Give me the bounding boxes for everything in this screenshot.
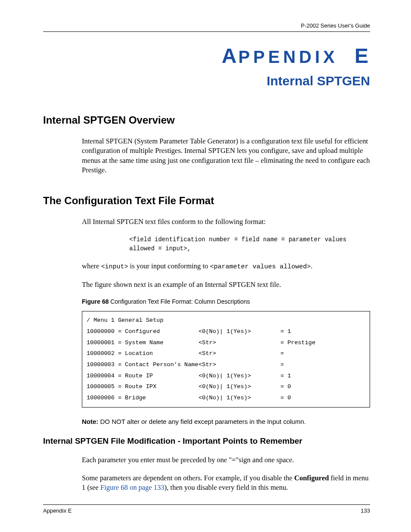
code-row: 10000001 = System Name<Str> = Prestige <box>87 337 365 348</box>
code-col-allowed: <0(No)| 1(Yes)> <box>199 370 280 382</box>
section-heading-overview: Internal SPTGEN Overview <box>43 114 370 126</box>
text-span: . <box>311 262 312 270</box>
note-label: Note: <box>82 418 100 425</box>
text-span: Some parameters are dependent on others.… <box>82 474 294 482</box>
code-row: 10000005 = Route IPX<0(No)| 1(Yes)>= 0 <box>87 381 365 392</box>
modification-para2: Some parameters are dependent on others.… <box>82 473 370 493</box>
code-col-value: = <box>280 348 365 359</box>
note-text: DO NOT alter or delete any field except … <box>100 418 306 425</box>
text-span: ), then you disable every field in this … <box>165 483 288 492</box>
code-col-allowed: <0(No)| 1(Yes)> <box>199 381 280 392</box>
figure-caption: Figure 68 Configuration Text File Format… <box>82 298 370 305</box>
code-col-value: = 0 <box>280 381 365 392</box>
format-example-paragraph: The figure shown next is an example of a… <box>82 280 370 289</box>
code-row: 10000003 = Contact Person's Name<Str> = <box>87 359 365 370</box>
appendix-letter-a: A <box>221 44 238 67</box>
code-col-allowed: <0(No)| 1(Yes)> <box>199 392 280 404</box>
header-rule <box>43 31 370 32</box>
code-col-allowed: <0(No)| 1(Yes)> <box>199 326 280 337</box>
code-header-line: / Menu 1 General Setup <box>87 315 365 326</box>
bold-configured: Configured <box>294 474 329 482</box>
code-col-id: 10000005 = Route IPX <box>87 381 199 392</box>
code-col-value: = Prestige <box>280 337 365 348</box>
figure-label: Figure 68 <box>82 298 109 305</box>
code-row: 10000000 = Configured<0(No)| 1(Yes)> = 1 <box>87 326 365 337</box>
code-col-id: 10000002 = Location <box>87 348 199 359</box>
note-block: Note: DO NOT alter or delete any field e… <box>82 418 370 425</box>
figure-crossref-link[interactable]: Figure 68 on page 133 <box>100 483 164 492</box>
code-row: 10000004 = Route IP<0(No)| 1(Yes)> = 1 <box>87 370 365 382</box>
appendix-title: APPENDIX E <box>43 44 370 68</box>
code-col-value: = 0 <box>280 392 365 404</box>
appendix-word: PPENDIX <box>238 47 338 66</box>
code-col-value: = 1 <box>280 370 365 382</box>
code-col-value: = <box>280 359 365 370</box>
page-footer: Appendix E 133 <box>43 504 370 514</box>
config-file-example-box: / Menu 1 General Setup 10000000 = Config… <box>82 311 370 407</box>
code-col-id: 10000001 = System Name <box>87 337 199 348</box>
code-col-id: 10000003 = Contact Person's Name <box>87 359 199 370</box>
code-row: 10000006 = Bridge<0(No)| 1(Yes)>= 0 <box>87 392 365 404</box>
appendix-subtitle: Internal SPTGEN <box>43 74 370 88</box>
format-code-snippet: <field identification number = field nam… <box>129 235 370 253</box>
mono-param: <parameter values allowed> <box>210 263 311 271</box>
code-row: 10000002 = Location<Str> = <box>87 348 365 359</box>
code-col-id: 10000004 = Route IP <box>87 370 199 382</box>
code-col-allowed: <Str> <box>199 348 280 359</box>
footer-page-number: 133 <box>361 507 370 514</box>
code-col-id: 10000006 = Bridge <box>87 392 199 404</box>
mono-input: <input> <box>101 263 128 271</box>
subsection-heading-modification: Internal SPTGEN File Modification - Impo… <box>43 436 370 446</box>
appendix-letter-e: E <box>355 44 370 67</box>
text-span: where <box>82 262 101 270</box>
figure-caption-text: Configuration Text File Format: Column D… <box>109 298 250 305</box>
modification-para1: Each parameter you enter must be precede… <box>82 455 370 465</box>
overview-paragraph: Internal SPTGEN (System Parameter Table … <box>82 137 370 175</box>
footer-rule <box>43 504 370 505</box>
code-col-id: 10000000 = Configured <box>87 326 199 337</box>
header-guide-name: P-2002 Series User's Guide <box>43 22 370 29</box>
format-where-paragraph: where <input> is your input conforming t… <box>82 261 370 271</box>
code-col-allowed: <Str> <box>199 359 280 370</box>
section-heading-format: The Configuration Text File Format <box>43 195 370 207</box>
code-col-value: = 1 <box>280 326 365 337</box>
format-intro-paragraph: All Internal SPTGEN text files conform t… <box>82 217 370 227</box>
text-span: is your input conforming to <box>128 262 210 270</box>
code-col-allowed: <Str> <box>199 337 280 348</box>
footer-left: Appendix E <box>43 507 72 514</box>
